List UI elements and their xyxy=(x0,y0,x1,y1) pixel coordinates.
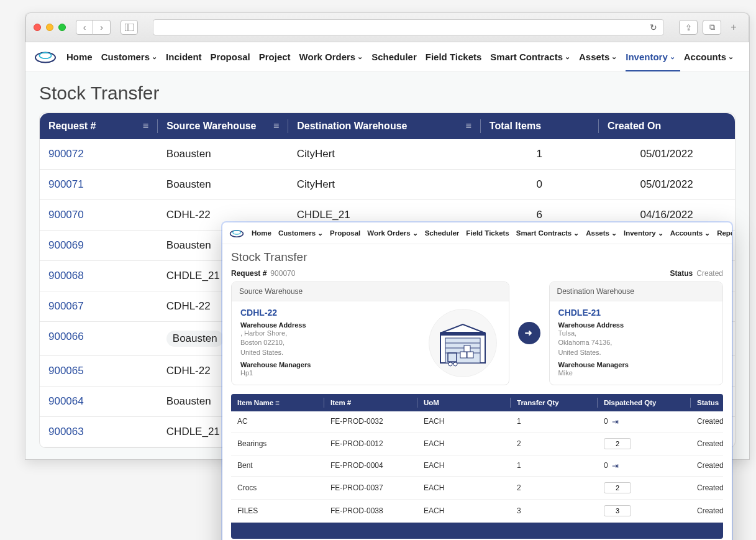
main-app-nav: HomeCustomers⌄IncidentProposalProjectWor… xyxy=(25,42,749,71)
cell: 1 xyxy=(480,139,598,169)
minimize-icon[interactable] xyxy=(46,24,53,31)
nav-item-assets[interactable]: Assets⌄ xyxy=(579,52,617,62)
column-menu-icon[interactable]: ≡ xyxy=(273,121,279,132)
source-address: , Harbor Shore,Boston 02210,United State… xyxy=(240,329,418,357)
request-link[interactable]: 900070 xyxy=(40,200,158,230)
col-header-request-[interactable]: Request #≡ xyxy=(40,113,157,139)
nav-item-inventory[interactable]: Inventory⌄ xyxy=(626,52,675,62)
item-row: ACFE-PROD-0032EACH10⇥Created xyxy=(231,411,723,432)
close-icon[interactable] xyxy=(34,24,41,31)
cell: Boausten xyxy=(158,139,288,169)
dispatch-icon[interactable]: ⇥ xyxy=(612,461,619,470)
request-link[interactable]: 900071 xyxy=(40,170,158,199)
item-cell: Created xyxy=(691,432,723,455)
svg-rect-11 xyxy=(460,352,467,358)
nav-item-field-tickets[interactable]: Field Tickets xyxy=(426,52,482,62)
request-link[interactable]: 900067 xyxy=(40,291,158,321)
dest-managers: Mike xyxy=(558,368,714,378)
dest-warehouse-name[interactable]: CHDLE-21 xyxy=(558,308,714,318)
item-col-item-name[interactable]: Item Name ≡ xyxy=(231,394,324,411)
request-link[interactable]: 900063 xyxy=(40,417,158,447)
nav-item-assets[interactable]: Assets⌄ xyxy=(586,229,617,237)
dispatched-qty-input[interactable] xyxy=(604,505,631,516)
new-tab-button[interactable]: + xyxy=(726,20,741,35)
col-header-created-on[interactable]: Created On xyxy=(599,113,735,139)
detail-window: HomeCustomers⌄ProposalWork Orders⌄Schedu… xyxy=(222,222,732,540)
nav-item-inventory[interactable]: Inventory⌄ xyxy=(624,229,663,237)
table-row[interactable]: 900072BoaustenCityHert105/01/2022 xyxy=(40,139,735,170)
chevron-down-icon: ⌄ xyxy=(728,53,734,61)
table-row[interactable]: 900071BoaustenCityHert005/01/2022 xyxy=(40,170,735,200)
item-cell: EACH xyxy=(417,432,511,455)
items-header: Item Name ≡Item #UoMTransfer QtyDispatch… xyxy=(231,394,723,411)
detail-topline: Request #900070 StatusCreated xyxy=(231,269,723,278)
maximize-icon[interactable] xyxy=(58,24,66,31)
dest-address-label: Warehouse Address xyxy=(558,321,714,329)
nav-item-incident[interactable]: Incident xyxy=(166,52,202,62)
item-cell: FE-PROD-0037 xyxy=(324,477,417,499)
nav-item-home[interactable]: Home xyxy=(66,52,93,62)
svg-point-16 xyxy=(453,362,457,366)
nav-item-smart-contracts[interactable]: Smart Contracts⌄ xyxy=(490,52,570,62)
status-value: Created xyxy=(696,269,723,278)
nav-item-home[interactable]: Home xyxy=(252,229,271,237)
item-col-uom[interactable]: UoM xyxy=(417,394,510,411)
svg-rect-0 xyxy=(125,24,134,31)
nav-item-customers[interactable]: Customers⌄ xyxy=(278,229,323,237)
nav-item-reports[interactable]: Reports xyxy=(717,229,732,237)
detail-title: Stock Transfer xyxy=(231,250,723,264)
nav-item-work-orders[interactable]: Work Orders⌄ xyxy=(367,229,417,237)
nav-item-accounts[interactable]: Accounts⌄ xyxy=(670,229,710,237)
forward-button[interactable]: › xyxy=(93,20,111,35)
dispatched-qty-input[interactable] xyxy=(604,482,631,493)
nav-item-field-tickets[interactable]: Field Tickets xyxy=(466,229,509,237)
nav-item-smart-contracts[interactable]: Smart Contracts⌄ xyxy=(516,229,579,237)
address-bar[interactable]: ↻ xyxy=(153,19,664,35)
request-link[interactable]: 900066 xyxy=(40,322,158,355)
warehouse-illustration xyxy=(426,309,500,377)
request-link[interactable]: 900069 xyxy=(40,231,158,260)
item-cell: FE-PROD-0032 xyxy=(324,411,417,432)
column-menu-icon[interactable]: ≡ xyxy=(143,121,148,132)
item-row: BearingsFE-PROD-0012EACH2Created xyxy=(231,432,723,455)
item-cell: EACH xyxy=(417,500,511,522)
app-logo xyxy=(33,47,58,66)
source-warehouse-name[interactable]: CDHL-22 xyxy=(240,308,418,318)
request-link[interactable]: 900065 xyxy=(40,356,158,386)
traffic-lights xyxy=(34,24,66,31)
refresh-icon[interactable]: ↻ xyxy=(650,22,657,32)
request-link[interactable]: 900064 xyxy=(40,387,158,416)
chevron-down-icon: ⌄ xyxy=(152,53,157,61)
dispatched-qty-input[interactable] xyxy=(604,438,631,449)
nav-item-project[interactable]: Project xyxy=(259,52,291,62)
nav-item-work-orders[interactable]: Work Orders⌄ xyxy=(299,52,363,62)
share-button[interactable]: ⇪ xyxy=(679,20,698,35)
item-col-transfer-qty[interactable]: Transfer Qty xyxy=(511,394,597,411)
dispatch-icon[interactable]: ⇥ xyxy=(612,417,619,426)
sidebar-toggle-button[interactable] xyxy=(121,20,138,35)
item-row: BentFE-PROD-0004EACH10⇥Created xyxy=(231,455,723,477)
item-col-status[interactable]: Status xyxy=(691,394,723,411)
column-menu-icon[interactable]: ≡ xyxy=(465,121,471,132)
column-menu-icon[interactable]: ≡ xyxy=(273,399,280,406)
nav-item-accounts[interactable]: Accounts⌄ xyxy=(684,52,734,62)
back-button[interactable]: ‹ xyxy=(76,20,93,35)
nav-item-scheduler[interactable]: Scheduler xyxy=(425,229,460,237)
col-header-destination-warehouse[interactable]: Destination Warehouse≡ xyxy=(288,113,480,139)
nav-item-proposal[interactable]: Proposal xyxy=(211,52,250,62)
nav-item-scheduler[interactable]: Scheduler xyxy=(371,52,417,62)
svg-rect-13 xyxy=(464,346,470,352)
request-link[interactable]: 900068 xyxy=(40,261,158,291)
item-col-dispatched-qty[interactable]: Dispatched Qty xyxy=(598,394,690,411)
col-header-source-warehouse[interactable]: Source Warehouse≡ xyxy=(158,113,288,139)
nav-item-customers[interactable]: Customers⌄ xyxy=(101,52,157,62)
request-link[interactable]: 900072 xyxy=(40,139,158,169)
item-cell: AC xyxy=(231,411,324,432)
item-cell: FILES xyxy=(231,500,324,522)
request-label: Request # xyxy=(231,269,266,278)
col-header-total-items[interactable]: Total Items xyxy=(481,113,598,139)
svg-point-4 xyxy=(230,231,244,237)
nav-item-proposal[interactable]: Proposal xyxy=(330,229,360,237)
tabs-button[interactable]: ⧉ xyxy=(703,20,721,35)
item-col-item-[interactable]: Item # xyxy=(324,394,417,411)
